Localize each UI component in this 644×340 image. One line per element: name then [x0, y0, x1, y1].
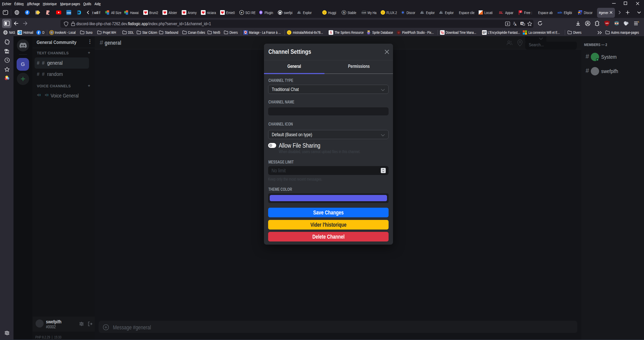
svg-text:S: S — [343, 11, 345, 14]
svg-text:adn: adn — [558, 11, 562, 14]
svg-text:2: 2 — [523, 24, 524, 25]
svg-text:CLOUD: CLOUD — [362, 12, 366, 14]
svg-text:SL: SL — [499, 11, 503, 15]
svg-text:P: P — [241, 11, 243, 14]
svg-text:S: S — [330, 31, 332, 35]
svg-text:EF: EF — [483, 31, 486, 34]
svg-text:UO: UO — [606, 22, 609, 24]
svg-text:A: A — [514, 23, 517, 26]
svg-text:DSM: DSM — [67, 12, 71, 14]
